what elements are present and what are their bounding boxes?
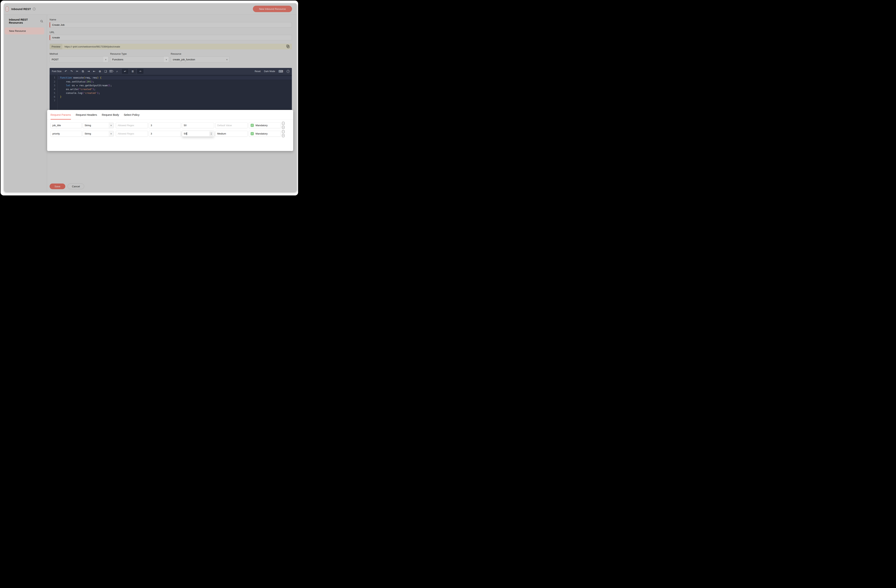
param-type-value: String — [85, 124, 91, 127]
sidebar: Inbound REST Resources New Resource — [4, 15, 47, 191]
remove-param-button[interactable]: − — [282, 130, 285, 133]
code-text: os.write("created"); — [58, 87, 292, 91]
sidebar-item-new-resource[interactable]: New Resource — [5, 27, 44, 35]
chevron-down-icon: ∨ — [110, 133, 112, 135]
remove-param-button[interactable]: − — [282, 122, 285, 125]
mandatory-label: Mandatory — [256, 132, 268, 135]
number-stepper[interactable]: ▲▼ — [209, 132, 213, 136]
code-line: 7 — [50, 99, 292, 103]
dark-mode-button[interactable]: Dark Mode — [264, 70, 275, 73]
mandatory-checkbox[interactable]: ✓ — [251, 124, 254, 127]
code-line: 5 console.log('created'); — [50, 91, 292, 95]
add-param-button[interactable]: + — [282, 126, 285, 129]
comment-icon[interactable]: ❏ — [103, 69, 108, 74]
line-number: 2 — [50, 80, 58, 84]
chevron-down-icon: ∨ — [166, 58, 167, 61]
param-max-input[interactable]: 50 — [182, 122, 214, 128]
param-min-input[interactable]: 3 — [149, 131, 181, 137]
code-text: console.log('created'); — [58, 91, 292, 95]
code-editor: Font Size ↶↷✂⧉⇥⇤⊕❏⌦⌕↵≣</> Reset Dark Mod… — [50, 68, 292, 111]
param-regex-input[interactable]: Allowed Regex — [116, 131, 148, 137]
param-type-value: String — [85, 132, 91, 135]
tab-request-params[interactable]: Request Params — [50, 110, 71, 120]
code-text: } — [58, 95, 292, 99]
param-max-value: 50 — [184, 124, 186, 127]
code-text: res.setStatus(201); — [58, 80, 292, 84]
app-window: ‹ Inbound REST i New Inbound Resource In… — [4, 3, 297, 191]
cut-icon[interactable]: ✂ — [75, 69, 79, 74]
param-regex-input[interactable]: Allowed Regex — [116, 122, 148, 128]
new-inbound-resource-button[interactable]: New Inbound Resource — [253, 6, 292, 12]
method-select[interactable]: POST ∨ — [50, 56, 108, 62]
back-button[interactable]: ‹ — [6, 7, 9, 11]
param-row: job_titleString∨Allowed Regex350Default … — [50, 122, 286, 128]
indent-left-icon[interactable]: ⇤ — [92, 69, 96, 74]
tab-select-policy[interactable]: Select Policy — [124, 110, 140, 120]
param-name-input[interactable]: job_title — [50, 122, 82, 128]
main-content: Name Create Job URL /create Preview http… — [47, 15, 297, 191]
code-text: let os = res.getOutputStream(); — [58, 84, 292, 87]
keyboard-shortcuts-icon[interactable]: ⌨ — [279, 70, 283, 73]
undo-icon[interactable]: ↶ — [64, 69, 68, 74]
param-default-input[interactable]: Default Value — [215, 122, 248, 128]
line-number: 7 — [50, 99, 58, 103]
duplicate-icon[interactable]: ⊕ — [98, 69, 102, 74]
row-actions: −+ — [282, 130, 285, 137]
mandatory-field: ✓Mandatory — [249, 122, 281, 128]
param-default-input[interactable]: Medium — [215, 131, 248, 137]
preview-url: https:// qntrl.com/webservice/98173384/j… — [64, 45, 120, 48]
param-rows: job_titleString∨Allowed Regex350Default … — [47, 120, 293, 137]
add-param-button[interactable]: + — [282, 134, 285, 137]
tab-request-headers[interactable]: Request Headers — [76, 110, 97, 120]
copy-icon[interactable]: ⧉ — [81, 69, 85, 74]
param-name-input[interactable]: priority — [50, 131, 82, 137]
line-options-icon[interactable]: ≣ — [130, 69, 136, 74]
copy-url-icon[interactable] — [286, 45, 290, 48]
line-number: 3 — [50, 84, 58, 87]
preview-label: Preview — [50, 44, 62, 49]
resource-type-label: Resource Type — [110, 52, 169, 55]
param-min-input[interactable]: 3 — [149, 122, 181, 128]
resource-select[interactable]: create_job_function ∨ — [171, 56, 230, 62]
name-label: Name — [50, 18, 292, 21]
page-title: Inbound REST — [11, 8, 31, 11]
resource-type-select[interactable]: Functions ∨ — [110, 56, 169, 62]
cancel-button[interactable]: Cancel — [67, 184, 84, 189]
param-type-select[interactable]: String∨ — [83, 131, 114, 137]
resource-label: Resource — [171, 52, 230, 55]
back-chevron-icon: ‹ — [7, 8, 8, 11]
url-label: URL — [50, 31, 292, 34]
font-size-button[interactable]: Font Size — [52, 70, 61, 73]
window-frame: ‹ Inbound REST i New Inbound Resource In… — [1, 1, 298, 195]
text-caret — [187, 132, 187, 135]
code-line: 2 res.setStatus(201); — [50, 80, 292, 84]
chevron-down-icon: ∨ — [110, 124, 112, 126]
indent-right-icon[interactable]: ⇥ — [86, 69, 91, 74]
line-number: 6 — [50, 95, 58, 99]
stepper-down-icon[interactable]: ▼ — [211, 134, 212, 135]
url-input[interactable]: /create — [50, 35, 292, 40]
request-params-panel: Request ParamsRequest HeadersRequest Bod… — [47, 110, 293, 151]
redo-icon[interactable]: ↷ — [69, 69, 74, 74]
code-format-icon[interactable]: </> — [137, 69, 143, 74]
word-wrap-icon[interactable]: ↵ — [122, 69, 128, 74]
mandatory-checkbox[interactable]: ✓ — [251, 132, 254, 135]
mandatory-field: ✓Mandatory — [249, 131, 281, 137]
delete-icon[interactable]: ⌦ — [109, 69, 114, 74]
code-area[interactable]: 1function execute(req, res) {2 res.setSt… — [50, 75, 292, 111]
search-code-icon[interactable]: ⌕ — [115, 69, 119, 74]
search-icon[interactable] — [40, 20, 43, 23]
save-button[interactable]: Save — [50, 184, 65, 189]
info-icon[interactable]: i — [33, 8, 36, 11]
reset-button[interactable]: Reset — [254, 70, 261, 73]
tab-request-body[interactable]: Request Body — [102, 110, 119, 120]
help-icon[interactable]: ? — [286, 70, 290, 73]
code-text: function execute(req, res) { — [58, 76, 292, 80]
param-max-input[interactable]: 50▲▼ — [182, 131, 214, 137]
param-type-select[interactable]: String∨ — [83, 122, 114, 128]
param-max-value: 50 — [184, 132, 186, 135]
stepper-up-icon[interactable]: ▲ — [211, 132, 212, 134]
page-header: ‹ Inbound REST i New Inbound Resource — [4, 3, 297, 15]
name-input[interactable]: Create Job — [50, 22, 292, 27]
param-row: priorityString∨Allowed Regex350▲▼Medium✓… — [50, 131, 286, 137]
